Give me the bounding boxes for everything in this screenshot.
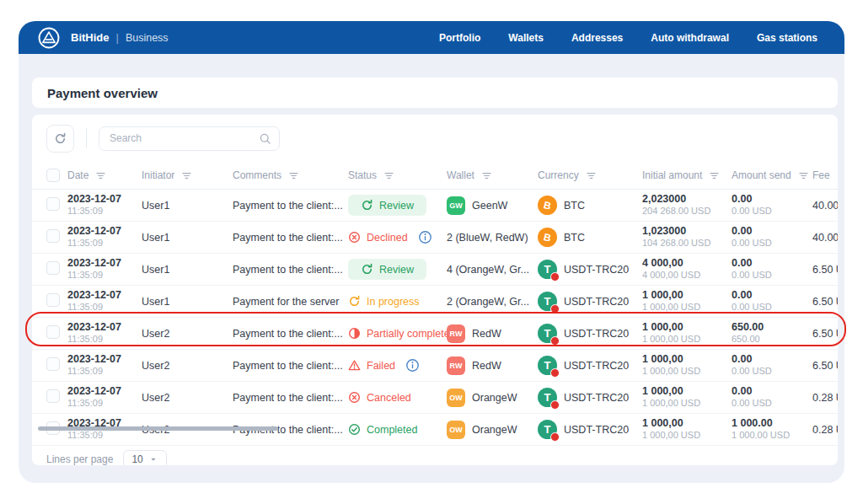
table-row[interactable]: 2023-12-0711:35:09User2Payment to the cl… (32, 350, 838, 382)
filter-icon[interactable] (481, 170, 492, 181)
time-value: 11:35:09 (67, 270, 142, 281)
fee-cell: 6.50 U (812, 360, 838, 372)
nav-item-auto-withdrawal[interactable]: Auto withdrawal (651, 32, 729, 44)
filter-icon[interactable] (95, 170, 106, 181)
wallet-cell: 4 (OrangeW, Gr... (447, 264, 538, 276)
status-badge: Failed (348, 359, 395, 372)
row-checkbox[interactable] (46, 261, 60, 275)
search-icon (259, 132, 271, 145)
wallet-badge: OW (447, 421, 465, 439)
column-header-amount-send[interactable]: Amount send (732, 169, 812, 181)
info-icon[interactable] (405, 358, 420, 373)
column-label: Date (67, 169, 88, 181)
row-checkbox[interactable] (46, 293, 60, 307)
tron-badge-icon (550, 432, 560, 442)
filter-icon[interactable] (709, 170, 720, 181)
wallet-name: OrangeW (472, 424, 517, 436)
column-label: Currency (538, 169, 579, 181)
select-all-checkbox[interactable] (46, 169, 60, 182)
amount-send-cell: 0.000.00 USD (732, 193, 812, 217)
time-value: 11:35:09 (67, 366, 142, 378)
page-title: Payment overview (47, 86, 158, 100)
fee-cell: 0.28 U (812, 392, 838, 404)
filter-icon[interactable] (288, 170, 299, 181)
initial-amount-usd: 104 268.00 USD (642, 238, 732, 249)
amount-send-usd: 650.00 (732, 334, 812, 346)
column-header-initial-amount[interactable]: Initial amount (642, 169, 732, 181)
initial-amount-usd: 1 000,00 USD (642, 366, 732, 378)
currency-label: BTC (564, 232, 585, 244)
row-checkbox[interactable] (46, 389, 60, 403)
column-header-currency[interactable]: Currency (538, 169, 642, 181)
comments-cell: Payment for the server (233, 296, 348, 308)
status-label: Review (379, 264, 414, 276)
nav-links: PortfolioWalletsAddressesAuto withdrawal… (439, 32, 817, 44)
filter-icon[interactable] (798, 170, 809, 181)
status-canceled-icon (348, 391, 361, 404)
table-row[interactable]: 2023-12-0711:35:09User2Payment to the cl… (32, 318, 838, 350)
initial-amount-cell: 1,023000104 268.00 USD (642, 225, 732, 249)
column-header-date[interactable]: Date (67, 169, 142, 181)
table-row[interactable]: 2023-12-0711:35:09User1Payment for the s… (32, 286, 838, 318)
wallet-badge: OW (447, 389, 465, 407)
tron-badge-icon (550, 368, 560, 378)
nav-item-portfolio[interactable]: Portfolio (439, 32, 480, 44)
initiator-cell: User1 (142, 296, 233, 308)
column-label: Initiator (142, 169, 174, 181)
filter-icon[interactable] (586, 170, 597, 181)
row-checkbox[interactable] (46, 325, 60, 339)
usdt-tron-icon: T (538, 324, 557, 343)
fee-cell: 40.00 U (812, 200, 838, 212)
row-checkbox[interactable] (46, 197, 60, 211)
initial-amount-usd: 4 000,00 USD (642, 270, 732, 281)
status-label: Completed (367, 424, 417, 436)
filter-icon[interactable] (181, 170, 192, 181)
table-row[interactable]: 2023-12-0711:35:09User1Payment to the cl… (32, 190, 838, 222)
column-header-initiator[interactable]: Initiator (142, 169, 233, 181)
payments-card: DateInitiatorCommentsStatusWalletCurrenc… (32, 115, 838, 465)
column-header-comments[interactable]: Comments (233, 169, 348, 181)
row-checkbox[interactable] (46, 357, 60, 371)
status-badge: Partially completed (348, 327, 456, 340)
filter-icon[interactable] (383, 170, 394, 181)
amount-send-value: 1 000.00 (732, 417, 812, 431)
table-row[interactable]: 2023-12-0711:35:09User1Payment to the cl… (32, 222, 838, 254)
wallet-cell: RWRedW (447, 357, 538, 375)
fee-cell: 6.50 U (812, 296, 838, 308)
info-icon[interactable] (418, 230, 432, 244)
status-badge: Completed (348, 423, 417, 436)
nav-item-gas-stations[interactable]: Gas stations (757, 32, 817, 44)
amount-send-usd: 0.00 USD (732, 302, 812, 314)
column-header-status[interactable]: Status (348, 169, 447, 181)
amount-send-usd: 0.00 USD (732, 238, 812, 249)
usdt-tron-icon: T (538, 420, 557, 439)
status-cell: Declined (348, 230, 447, 244)
column-label: Fee (812, 169, 830, 181)
refresh-icon (54, 132, 67, 145)
status-completed-icon (348, 423, 361, 436)
status-pill: Review (348, 259, 426, 280)
amount-send-cell: 650.00650.00 (732, 321, 812, 346)
amount-send-usd: 0.00 USD (732, 366, 812, 378)
search-input[interactable] (108, 131, 259, 145)
wallet-badge: RW (447, 324, 465, 343)
column-header-fee[interactable]: Fee (812, 169, 838, 181)
table-row[interactable]: 2023-12-0711:35:09User2Payment to the cl… (32, 382, 838, 414)
nav-item-wallets[interactable]: Wallets (508, 32, 544, 44)
nav-item-addresses[interactable]: Addresses (571, 32, 623, 44)
table-row[interactable]: 2023-12-0711:35:09User1Payment to the cl… (32, 254, 838, 286)
status-badge: In progress (348, 295, 420, 308)
lines-per-page-select[interactable]: 10 (123, 450, 166, 466)
row-checkbox[interactable] (46, 229, 60, 243)
refresh-button[interactable] (46, 125, 74, 153)
fee-cell: 6.50 U (812, 328, 838, 340)
comments-cell: Payment to the client:... (233, 232, 348, 244)
currency-label: USDT-TRC20 (564, 360, 629, 372)
column-header-wallet[interactable]: Wallet (447, 169, 538, 181)
amount-send-cell: 0.000.00 USD (732, 353, 812, 378)
row-checkbox-cell (46, 197, 67, 214)
horizontal-scrollbar-thumb[interactable] (38, 426, 278, 431)
wallet-badge: GW (447, 196, 465, 215)
amount-send-value: 0.00 (732, 193, 812, 206)
status-cell: Partially completed (348, 327, 447, 340)
